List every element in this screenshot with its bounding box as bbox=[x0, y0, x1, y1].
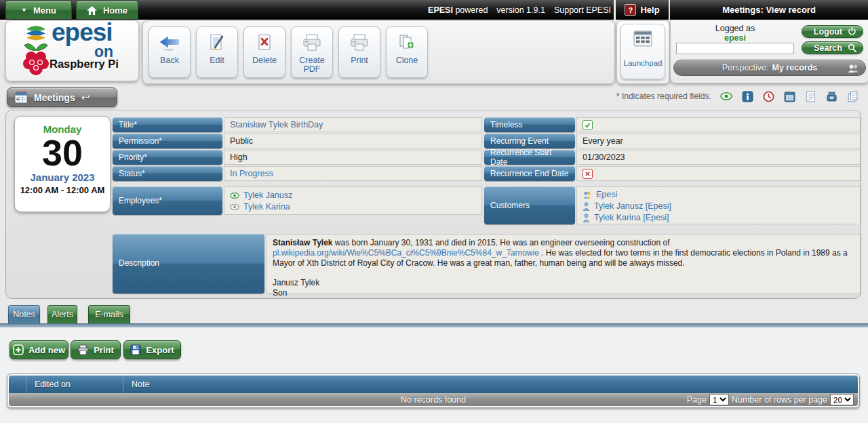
column-header-note[interactable]: Note bbox=[123, 376, 858, 393]
history-clock-icon[interactable] bbox=[762, 90, 774, 102]
tab-alerts-label: Alerts bbox=[52, 310, 73, 319]
employees-field-value: Tylek Janusz Tylek Karina bbox=[224, 186, 482, 215]
printer-icon bbox=[302, 32, 321, 54]
logout-button[interactable]: Logout bbox=[802, 25, 863, 38]
employees-field-label: Employees* bbox=[113, 186, 222, 215]
calendar-icon[interactable] bbox=[783, 90, 795, 102]
edit-button[interactable]: Edit bbox=[196, 26, 238, 78]
timeless-field-label: Timeless bbox=[484, 117, 575, 132]
search-icon bbox=[848, 43, 856, 52]
notes-table-header: Edited on Note bbox=[9, 376, 858, 393]
brand-epesi-powered: EPESI powered bbox=[428, 5, 488, 15]
title-field-label: Title* bbox=[113, 117, 222, 132]
help-icon: ? bbox=[625, 4, 636, 16]
tab-divider bbox=[0, 323, 868, 328]
logo-panel: epesi on Raspberry Pi bbox=[5, 20, 139, 81]
company-group-icon bbox=[583, 190, 592, 199]
edit-document-icon bbox=[208, 32, 226, 54]
employee-link[interactable]: Tylek Janusz bbox=[243, 190, 292, 201]
notes-table-footer: No records found Page 1 Number of rows p… bbox=[9, 393, 858, 406]
brand-powered: powered bbox=[455, 5, 488, 15]
export-button[interactable]: Export bbox=[123, 340, 181, 359]
menu-button[interactable]: ▼ Menu bbox=[5, 1, 72, 19]
menu-caret-icon: ▼ bbox=[21, 7, 27, 14]
description-field-value: Stanisław Tylek was born January 30, 193… bbox=[266, 234, 861, 294]
perspective-value: My records bbox=[772, 63, 818, 73]
page-select[interactable]: 1 bbox=[709, 394, 729, 405]
home-button[interactable]: Home bbox=[76, 1, 138, 19]
status-field-value: In Progress bbox=[224, 166, 482, 181]
tab-notes[interactable]: Notes bbox=[8, 305, 40, 323]
top-bar: ▼ Menu Home EPESI powered version 1.9.1 … bbox=[0, 0, 614, 20]
info-icon[interactable] bbox=[741, 90, 753, 102]
eye-gray-icon[interactable] bbox=[230, 204, 239, 210]
customer-item: Tylek Janusz [Epesi] bbox=[583, 201, 854, 212]
required-fields-note: * Indicates required fields. bbox=[616, 92, 711, 101]
priority-field-value: High bbox=[224, 150, 482, 165]
support-link[interactable]: Support EPESI bbox=[554, 5, 611, 15]
customer-link[interactable]: Tylek Janusz [Epesi] bbox=[594, 201, 671, 212]
delete-button[interactable]: Delete bbox=[243, 26, 285, 78]
meetings-module-button[interactable]: 4 Meetings ↩ bbox=[7, 87, 117, 107]
date-day: 30 bbox=[15, 135, 110, 170]
delete-label: Delete bbox=[252, 56, 277, 65]
tab-emails[interactable]: E-mails bbox=[88, 305, 130, 323]
tab-alerts[interactable]: Alerts bbox=[47, 305, 77, 323]
watch-eye-icon[interactable] bbox=[720, 90, 732, 102]
perspective-selector[interactable]: Perspective: My records bbox=[673, 60, 866, 76]
phone-icon[interactable] bbox=[825, 90, 837, 102]
eye-green-icon[interactable] bbox=[230, 193, 239, 199]
customer-link[interactable]: Epesi bbox=[596, 189, 617, 201]
printer-icon bbox=[350, 32, 369, 54]
return-arrow-icon: ↩ bbox=[81, 92, 90, 104]
description-bold-name: Stanisław Tylek bbox=[273, 238, 332, 247]
power-icon bbox=[848, 27, 856, 36]
window-title: Meetings: View record bbox=[722, 5, 816, 15]
create-pdf-button[interactable]: Create PDF bbox=[291, 26, 333, 78]
description-text-1: was born January 30, 1931 and died in 20… bbox=[332, 238, 669, 247]
recurring-event-field-label: Recurring Event bbox=[484, 134, 575, 148]
crossed-checkbox-icon bbox=[583, 169, 593, 179]
printer-icon bbox=[77, 344, 89, 355]
employee-item: Tylek Karina bbox=[230, 201, 476, 213]
print-button[interactable]: Print bbox=[338, 26, 380, 78]
description-wikipedia-link[interactable]: pl.wikipedia.org/wiki/Wie%C5%BCa_ci%C5%9… bbox=[273, 248, 539, 258]
brand-line: EPESI powered version 1.9.1 Support EPES… bbox=[428, 0, 611, 20]
customer-item: Tylek Karina [Epesi] bbox=[583, 212, 854, 224]
back-button[interactable]: Back bbox=[149, 26, 191, 78]
recurrence-end-field-label: Recurrence End Date bbox=[484, 166, 575, 181]
add-new-button[interactable]: Add new bbox=[9, 340, 68, 359]
pagination: Page 1 Number of rows per page 20 bbox=[687, 393, 854, 406]
print-label: Print bbox=[351, 56, 368, 65]
help-bar[interactable]: ? Help bbox=[616, 0, 669, 20]
copy-icon[interactable] bbox=[846, 90, 859, 102]
clone-label: Clone bbox=[396, 56, 418, 65]
recurring-event-field-value: Every year bbox=[576, 134, 861, 148]
description-signature-name: Janusz Tylek bbox=[273, 278, 854, 288]
logged-as-block: Logged as epesi bbox=[673, 24, 797, 43]
launchpad-grid-icon bbox=[633, 31, 652, 49]
recurrence-start-field-label: Recurrence Start Date bbox=[484, 150, 575, 165]
notes-print-button[interactable]: Print bbox=[71, 340, 121, 359]
notes-icon[interactable] bbox=[804, 90, 816, 102]
description-text: Stanisław Tylek was born January 30, 193… bbox=[273, 238, 848, 268]
timeless-field-value bbox=[576, 117, 861, 132]
quick-search-input[interactable] bbox=[676, 43, 794, 54]
status-value-text: In Progress bbox=[230, 169, 273, 178]
notes-print-label: Print bbox=[94, 345, 114, 355]
clone-button[interactable]: Clone bbox=[386, 26, 428, 78]
date-time-range: 12:00 AM - 12:00 AM bbox=[15, 185, 110, 195]
customer-link[interactable]: Tylek Karina [Epesi] bbox=[594, 212, 669, 224]
add-new-label: Add new bbox=[28, 345, 65, 355]
menu-label: Menu bbox=[33, 5, 56, 16]
tab-notes-label: Notes bbox=[13, 310, 35, 319]
column-header-edited-on[interactable]: Edited on bbox=[26, 376, 123, 393]
search-button[interactable]: Search bbox=[802, 41, 863, 54]
clone-documents-icon bbox=[399, 32, 415, 54]
employee-link[interactable]: Tylek Karina bbox=[243, 201, 290, 213]
delete-document-icon bbox=[256, 32, 273, 54]
plus-icon bbox=[13, 344, 24, 355]
description-signature-role: Son bbox=[273, 288, 854, 298]
rows-per-page-select[interactable]: 20 bbox=[830, 394, 854, 405]
launchpad-button[interactable]: Launchpad bbox=[620, 24, 665, 79]
